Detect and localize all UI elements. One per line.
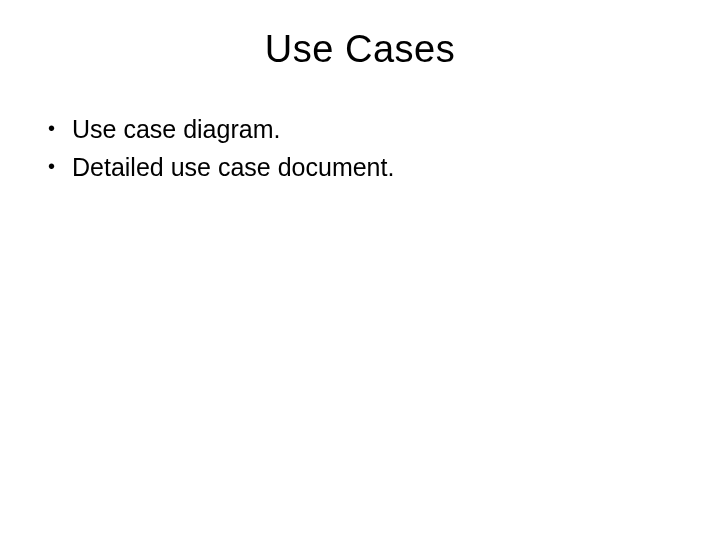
bullet-text: Detailed use case document.	[72, 151, 680, 185]
list-item: • Use case diagram.	[48, 113, 680, 147]
bullet-icon: •	[48, 113, 72, 143]
bullet-list: • Use case diagram. • Detailed use case …	[40, 113, 680, 185]
slide-title: Use Cases	[40, 28, 680, 71]
bullet-icon: •	[48, 151, 72, 181]
list-item: • Detailed use case document.	[48, 151, 680, 185]
slide: Use Cases • Use case diagram. • Detailed…	[0, 0, 720, 540]
bullet-text: Use case diagram.	[72, 113, 680, 147]
